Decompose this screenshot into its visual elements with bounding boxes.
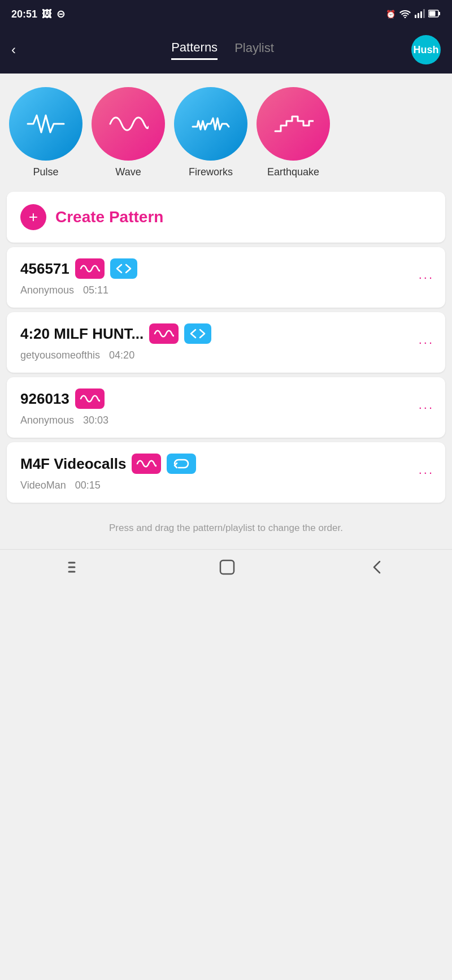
battery-icon xyxy=(428,10,441,19)
user-avatar[interactable]: Hush xyxy=(411,35,441,64)
card-author-420milf: getyousomeofthis xyxy=(20,349,100,361)
alarm-icon: ⏰ xyxy=(386,10,395,19)
card-duration-926013: 30:03 xyxy=(83,415,108,426)
badge-arrow-420milf xyxy=(184,323,211,344)
create-pattern-label: Create Pattern xyxy=(55,208,163,226)
back-button[interactable]: ‹ xyxy=(11,42,34,58)
badge-arrow-456571 xyxy=(110,258,137,279)
card-meta-m4f: VideoMan 00:15 xyxy=(20,480,432,491)
create-plus-icon: + xyxy=(20,204,46,230)
svg-rect-3 xyxy=(420,11,422,18)
card-more-m4f[interactable]: ··· xyxy=(419,465,434,480)
app-header: ‹ Patterns Playlist Hush xyxy=(0,28,452,74)
card-duration-456571: 05:11 xyxy=(83,284,108,296)
badge-wave-420milf xyxy=(149,323,179,344)
pattern-item-wave[interactable]: Wave xyxy=(92,87,165,178)
wifi-icon xyxy=(399,9,411,20)
card-title-456571: 456571 xyxy=(20,260,69,278)
svg-rect-4 xyxy=(423,9,425,18)
svg-rect-6 xyxy=(429,11,436,16)
svg-rect-7 xyxy=(438,12,440,15)
card-top-456571: 456571 xyxy=(20,258,432,279)
card-duration-m4f: 00:15 xyxy=(75,480,101,491)
svg-rect-1 xyxy=(415,15,416,18)
card-author-456571: Anonymous xyxy=(20,284,74,296)
pattern-circle-fireworks xyxy=(174,87,247,161)
badge-loop-m4f xyxy=(167,454,196,474)
pattern-circle-wave xyxy=(92,87,165,161)
card-top-420milf: 4:20 MILF HUNT... xyxy=(20,323,432,344)
card-title-926013: 926013 xyxy=(20,390,69,408)
badge-wave-456571 xyxy=(75,258,105,279)
badge-wave-926013 xyxy=(75,388,105,409)
pattern-label-fireworks: Fireworks xyxy=(189,166,233,178)
svg-rect-2 xyxy=(418,13,419,18)
nav-back-button[interactable] xyxy=(370,559,385,579)
pattern-item-earthquake[interactable]: Earthquake xyxy=(257,87,330,178)
pattern-circle-pulse xyxy=(9,87,82,161)
image-icon: 🖼 xyxy=(42,8,52,20)
pattern-card-420milf: 4:20 MILF HUNT... getyousomeofthis 04:20… xyxy=(7,312,445,373)
pattern-card-m4f: M4F Videocalls VideoMan 00:15 ··· xyxy=(7,442,445,503)
card-title-420milf: 4:20 MILF HUNT... xyxy=(20,325,144,343)
status-bar: 20:51 🖼 ⊝ ⏰ xyxy=(0,0,452,28)
time-display: 20:51 xyxy=(11,8,37,20)
signal-icon xyxy=(415,9,425,20)
pattern-item-pulse[interactable]: Pulse xyxy=(9,87,82,178)
patterns-grid: Pulse Wave Fireworks Earthquake xyxy=(0,74,452,187)
card-meta-420milf: getyousomeofthis 04:20 xyxy=(20,349,432,361)
card-author-926013: Anonymous xyxy=(20,415,74,426)
card-meta-456571: Anonymous 05:11 xyxy=(20,284,432,296)
status-right: ⏰ xyxy=(386,9,441,20)
pattern-card-456571: 456571 Anonymous 05:11 ··· xyxy=(7,247,445,308)
tab-patterns[interactable]: Patterns xyxy=(171,40,218,60)
pattern-item-fireworks[interactable]: Fireworks xyxy=(174,87,247,178)
card-top-m4f: M4F Videocalls xyxy=(20,454,432,474)
card-duration-420milf: 04:20 xyxy=(109,349,134,361)
nav-home-button[interactable] xyxy=(219,559,236,580)
card-more-926013[interactable]: ··· xyxy=(419,400,434,415)
svg-rect-11 xyxy=(220,560,234,574)
create-pattern-button[interactable]: + Create Pattern xyxy=(7,192,445,243)
tab-playlist[interactable]: Playlist xyxy=(234,41,274,59)
card-top-926013: 926013 xyxy=(20,388,432,409)
pattern-circle-earthquake xyxy=(257,87,330,161)
card-more-420milf[interactable]: ··· xyxy=(419,335,434,350)
card-author-m4f: VideoMan xyxy=(20,480,66,491)
pattern-label-pulse: Pulse xyxy=(33,166,58,178)
card-title-m4f: M4F Videocalls xyxy=(20,455,126,473)
footer-hint: Press and drag the pattern/playlist to c… xyxy=(0,507,452,549)
status-left: 20:51 🖼 ⊝ xyxy=(11,8,65,20)
badge-wave-m4f xyxy=(132,454,161,474)
svg-point-0 xyxy=(405,16,406,18)
nav-menu-button[interactable] xyxy=(67,560,85,578)
pattern-label-wave: Wave xyxy=(115,166,141,178)
pattern-label-earthquake: Earthquake xyxy=(267,166,319,178)
nav-tabs: Patterns Playlist xyxy=(171,40,274,60)
block-icon: ⊝ xyxy=(56,8,65,20)
nav-bar xyxy=(0,549,452,593)
card-more-456571[interactable]: ··· xyxy=(419,270,434,285)
card-meta-926013: Anonymous 30:03 xyxy=(20,415,432,426)
pattern-card-926013: 926013 Anonymous 30:03 ··· xyxy=(7,377,445,438)
